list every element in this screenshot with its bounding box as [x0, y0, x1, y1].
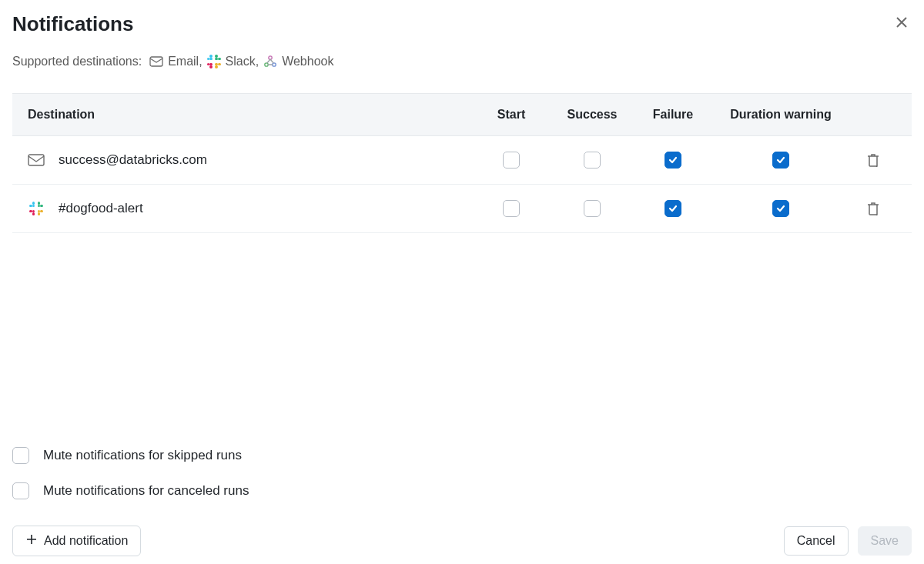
close-icon[interactable] [892, 12, 912, 35]
slack-icon [207, 55, 221, 68]
checkbox-failure[interactable] [665, 200, 681, 217]
checkbox-duration[interactable] [772, 152, 789, 169]
checkbox-success[interactable] [584, 200, 601, 217]
add-notification-label: Add notification [44, 534, 128, 548]
svg-point-3 [273, 63, 276, 66]
mute-skipped-checkbox[interactable] [12, 447, 29, 464]
checkbox-start[interactable] [503, 152, 520, 169]
delete-row-button[interactable] [850, 201, 896, 216]
svg-rect-4 [28, 155, 44, 165]
checkbox-failure[interactable] [665, 152, 681, 169]
mute-canceled-checkbox[interactable] [12, 482, 29, 499]
supported-webhook-label: Webhook [282, 55, 333, 68]
table-row: #dogfood-alert [12, 185, 912, 233]
table-row: success@databricks.com [12, 136, 912, 185]
supported-slack-label: Slack, [226, 55, 259, 68]
destination-label: success@databricks.com [59, 152, 207, 168]
svg-point-1 [269, 56, 272, 59]
slack-icon [28, 202, 45, 215]
cancel-button[interactable]: Cancel [784, 526, 849, 556]
checkbox-start[interactable] [503, 200, 520, 217]
col-start: Start [473, 108, 550, 122]
col-failure: Failure [634, 108, 711, 122]
svg-point-2 [265, 63, 268, 66]
col-success: Success [550, 108, 634, 122]
dialog-title: Notifications [12, 12, 133, 36]
destination-label: #dogfood-alert [59, 201, 143, 216]
supported-email-label: Email, [168, 55, 202, 68]
add-notification-button[interactable]: Add notification [12, 526, 141, 556]
table-header-row: Destination Start Success Failure Durati… [12, 93, 912, 136]
plus-icon [25, 533, 38, 549]
save-button[interactable]: Save [858, 526, 912, 556]
svg-rect-0 [150, 57, 162, 66]
col-destination: Destination [28, 108, 473, 122]
notifications-table: Destination Start Success Failure Durati… [12, 93, 912, 233]
delete-row-button[interactable] [850, 152, 896, 168]
email-icon [28, 154, 45, 166]
mute-canceled-label: Mute notifications for canceled runs [43, 483, 249, 499]
mute-skipped-label: Mute notifications for skipped runs [43, 448, 242, 463]
webhook-icon [263, 55, 277, 68]
email-icon [149, 56, 163, 67]
col-duration: Duration warning [711, 108, 850, 122]
checkbox-duration[interactable] [772, 200, 789, 217]
supported-destinations: Supported destinations: Email, Slack, We… [12, 55, 912, 68]
supported-label: Supported destinations: [12, 55, 142, 68]
checkbox-success[interactable] [584, 152, 601, 169]
